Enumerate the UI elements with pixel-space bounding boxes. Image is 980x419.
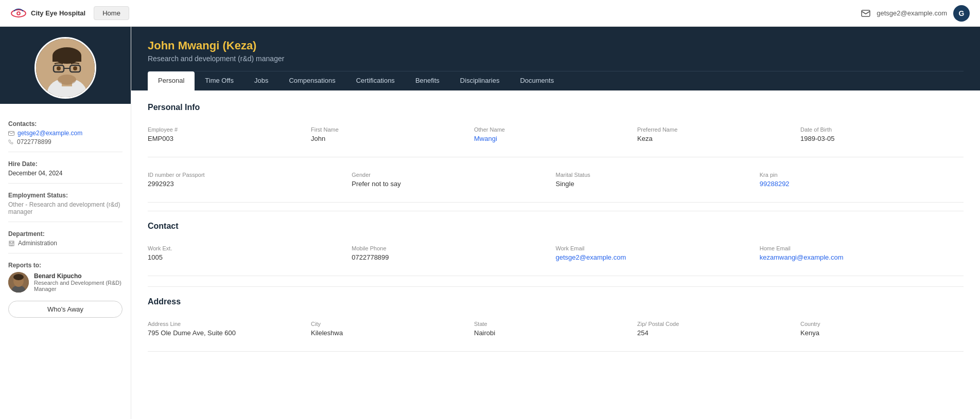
work-email-cell: Work Email getsge2@example.com (556, 241, 760, 265)
divider-2 (8, 183, 122, 184)
main-content: John Mwangi (Keza) Research and developm… (131, 27, 980, 419)
first-name-label: First Name (311, 126, 466, 133)
svg-rect-19 (10, 242, 11, 243)
divider-3 (8, 222, 122, 222)
id-label: ID number or Passport (148, 172, 343, 178)
divider-1 (8, 152, 122, 152)
dob-value: 1989-03-05 (800, 135, 955, 142)
contact-phone: 0722778899 (17, 138, 51, 145)
tab-personal[interactable]: Personal (148, 71, 195, 90)
kra-value: 99288292 (760, 180, 955, 188)
work-ext-value: 1005 (148, 253, 343, 261)
tab-time-offs[interactable]: Time Offs (195, 71, 244, 90)
country-value: Kenya (800, 329, 955, 337)
logo-icon (10, 8, 27, 19)
hire-date-section: Hire Date: December 04, 2024 (8, 160, 122, 177)
home-email-cell: Home Email kezamwangi@example.com (760, 241, 964, 265)
contacts-label: Contacts: (8, 120, 122, 127)
svg-point-13 (57, 66, 61, 70)
city-cell: City Kileleshwa (311, 317, 474, 341)
user-avatar[interactable]: G (953, 5, 970, 22)
zip-label: Zip/ Postal Code (637, 321, 792, 327)
contact-email-row: getsge2@example.com (8, 130, 122, 137)
first-name-value: John (311, 135, 466, 142)
dob-cell: Date of Birth 1989-03-05 (800, 122, 964, 147)
profile-title: Research and development (r&d) manager (148, 54, 964, 63)
gender-label: Gender (352, 172, 547, 178)
svg-rect-18 (11, 244, 12, 246)
reports-to-person: Benard Kipucho Research and Development … (8, 272, 122, 293)
id-cell: ID number or Passport 2992923 (148, 168, 352, 192)
whos-away-button[interactable]: Who's Away (8, 301, 122, 318)
svg-point-2 (18, 12, 20, 14)
reports-name: Benard Kipucho (34, 272, 122, 280)
other-name-value: Mwangi (474, 135, 629, 142)
marital-label: Marital Status (556, 172, 751, 178)
country-cell: Country Kenya (800, 317, 964, 341)
tab-certifications[interactable]: Certifications (346, 71, 405, 90)
divider-4 (8, 253, 122, 253)
zip-value: 254 (637, 329, 792, 337)
department-value-row: Administration (8, 240, 122, 247)
phone-icon (8, 139, 14, 145)
building-icon (8, 240, 15, 247)
content-area: Personal Info Employee # EMP003 First Na… (131, 90, 980, 374)
kra-cell: Kra pin 99288292 (760, 168, 964, 192)
address-line-value: 795 Ole Dume Ave, Suite 600 (148, 329, 303, 337)
address-title: Address (148, 297, 964, 306)
page-layout: Contacts: getsge2@example.com 0722778899 (0, 27, 980, 419)
svg-rect-17 (9, 241, 14, 246)
profile-tabs: Personal Time Offs Jobs Compensations Ce… (148, 71, 964, 90)
state-cell: State Nairobi (474, 317, 637, 341)
employment-status-label: Employment Status: (8, 192, 122, 199)
department-label: Department: (8, 230, 122, 238)
work-email-label: Work Email (556, 245, 751, 251)
marital-value: Single (556, 180, 751, 188)
employee-num-label: Employee # (148, 126, 303, 133)
preferred-name-label: Preferred Name (637, 126, 792, 133)
user-email: getsge2@example.com (877, 9, 947, 17)
nav-right: getsge2@example.com G (861, 5, 970, 22)
work-email-value: getsge2@example.com (556, 253, 751, 261)
id-value: 2992923 (148, 180, 343, 188)
top-navigation: City Eye Hospital Home getsge2@example.c… (0, 0, 980, 27)
state-label: State (474, 321, 629, 327)
tab-jobs[interactable]: Jobs (244, 71, 278, 90)
city-value: Kileleshwa (311, 329, 466, 337)
employment-status-value: Other - Research and development (r&d) m… (8, 201, 122, 215)
svg-point-15 (58, 75, 76, 85)
profile-header: John Mwangi (Keza) Research and developm… (131, 27, 980, 90)
state-value: Nairobi (474, 329, 629, 337)
other-name-cell: Other Name Mwangi (474, 122, 637, 147)
first-name-cell: First Name John (311, 122, 474, 147)
preferred-name-value: Keza (637, 135, 792, 142)
profile-name: John Mwangi (Keza) (148, 39, 964, 52)
home-button[interactable]: Home (94, 6, 129, 20)
reports-to-label: Reports to: (8, 262, 122, 269)
mobile-cell: Mobile Phone 0722778899 (352, 241, 555, 265)
svg-rect-20 (12, 242, 13, 243)
country-label: Country (800, 321, 955, 327)
tab-benefits[interactable]: Benefits (405, 71, 450, 90)
department-section: Department: Administration (8, 230, 122, 247)
preferred-name-cell: Preferred Name Keza (637, 122, 800, 147)
other-name-label: Other Name (474, 126, 629, 133)
contact-email: getsge2@example.com (18, 130, 82, 137)
gender-cell: Gender Prefer not to say (352, 168, 555, 192)
dob-label: Date of Birth (800, 126, 955, 133)
personal-info-title: Personal Info (148, 103, 964, 112)
tab-documents[interactable]: Documents (510, 71, 564, 90)
hire-date-value: December 04, 2024 (8, 170, 122, 177)
reports-avatar (8, 272, 29, 293)
tab-compensations[interactable]: Compensations (278, 71, 345, 90)
sidebar: Contacts: getsge2@example.com 0722778899 (0, 27, 131, 419)
svg-rect-3 (862, 10, 870, 16)
svg-rect-9 (52, 56, 81, 62)
contact-row: Work Ext. 1005 Mobile Phone 0722778899 W… (148, 241, 964, 276)
city-label: City (311, 321, 466, 327)
nav-left: City Eye Hospital Home (10, 6, 129, 20)
personal-info-row2: ID number or Passport 2992923 Gender Pre… (148, 168, 964, 203)
contact-phone-row: 0722778899 (8, 138, 122, 145)
department-value: Administration (18, 240, 57, 247)
tab-disciplinaries[interactable]: Disciplinaries (450, 71, 510, 90)
